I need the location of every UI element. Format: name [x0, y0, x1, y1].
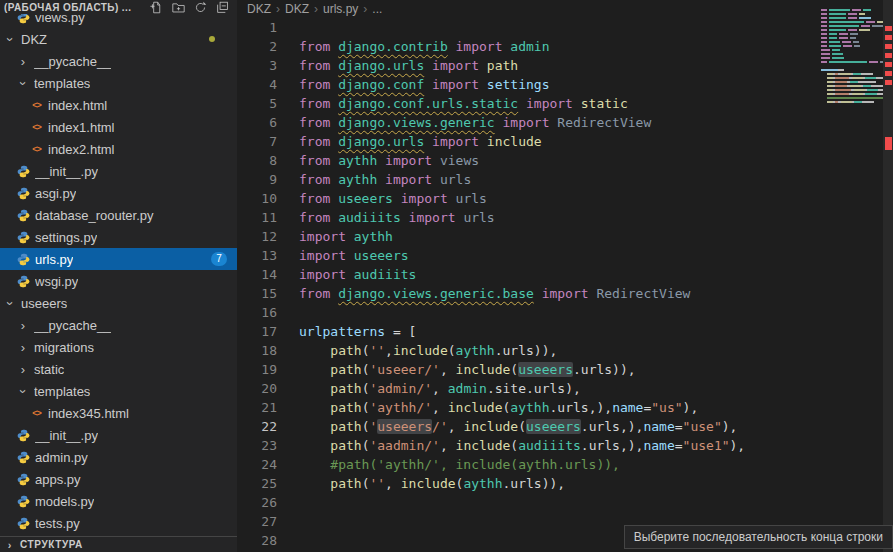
- workspace-title: (РАБОЧАЯ ОБЛАСТЬ) ...: [4, 2, 150, 13]
- new-file-icon[interactable]: [150, 1, 163, 14]
- line-number: 1: [237, 18, 277, 37]
- modified-dot-icon: [209, 36, 215, 42]
- code-line-7[interactable]: 7from django.urls import include: [237, 132, 893, 151]
- outline-section-header[interactable]: › СТРУКТУРА: [0, 536, 237, 552]
- collapse-all-icon[interactable]: [216, 1, 229, 14]
- code-line-text: #path('aythh/', include(aythh.urls)),: [299, 455, 893, 474]
- tree-item-asgi.py[interactable]: asgi.py: [0, 182, 237, 204]
- chevron-right-icon: ›: [4, 539, 16, 551]
- problems-badge: 7: [211, 252, 227, 266]
- tree-item-DKZ[interactable]: ›DKZ: [0, 28, 237, 50]
- breadcrumb-item[interactable]: urls.py: [323, 2, 358, 16]
- code-line-4[interactable]: 4from django.conf import settings: [237, 75, 893, 94]
- code-line-21[interactable]: 21 path('aythh/', include(aythh.urls,),n…: [237, 398, 893, 417]
- explorer-header: (РАБОЧАЯ ОБЛАСТЬ) ...: [0, 0, 237, 14]
- tree-item-settings.py[interactable]: settings.py: [0, 226, 237, 248]
- breadcrumb-item[interactable]: DKZ: [247, 2, 271, 16]
- code-line-18[interactable]: 18 path('',include(aythh.urls)),: [237, 341, 893, 360]
- code-line-3[interactable]: 3from django.urls import path: [237, 56, 893, 75]
- code-line-text: from django.views.generic.base import Re…: [299, 284, 893, 303]
- tree-item-label: __init__.py: [35, 428, 98, 443]
- tree-item-templates[interactable]: ›templates: [0, 380, 237, 402]
- code-line-15[interactable]: 15from django.views.generic.base import …: [237, 284, 893, 303]
- line-number: 20: [237, 379, 277, 398]
- tree-item-tests.py[interactable]: tests.py: [0, 512, 237, 534]
- minimap[interactable]: [821, 5, 883, 117]
- code-line-2[interactable]: 2from django.contrib import admin: [237, 37, 893, 56]
- code-line-1[interactable]: 1: [237, 18, 893, 37]
- tree-item-label: index.html: [48, 98, 107, 113]
- tree-item-__pycache__[interactable]: ›__pycache__: [0, 50, 237, 72]
- tree-item-label: tests.py: [35, 516, 80, 531]
- code-editor[interactable]: 12from django.contrib import admin3from …: [237, 18, 893, 550]
- line-number: 14: [237, 265, 277, 284]
- tree-item-index1.html[interactable]: <>index1.html: [0, 116, 237, 138]
- tree-item-label: DKZ: [21, 32, 47, 47]
- code-line-23[interactable]: 23 path('aadmin/', include(audiiits.urls…: [237, 436, 893, 455]
- tree-item-label: useeers: [21, 296, 67, 311]
- code-line-19[interactable]: 19 path('useeer/', include(useeers.urls)…: [237, 360, 893, 379]
- tree-item-label: models.py: [35, 494, 94, 509]
- scrollbar[interactable]: [883, 0, 893, 552]
- code-line-5[interactable]: 5from django.conf.urls.static import sta…: [237, 94, 893, 113]
- tree-item-wsgi.py[interactable]: wsgi.py: [0, 270, 237, 292]
- code-line-text: path('admin/', admin.site.urls),: [299, 379, 893, 398]
- code-line-text: import audiiits: [299, 265, 893, 284]
- code-line-10[interactable]: 10from useeers import urls: [237, 189, 893, 208]
- tree-item-models.py[interactable]: models.py: [0, 490, 237, 512]
- tree-item-templates[interactable]: ›templates: [0, 72, 237, 94]
- line-number: 28: [237, 531, 277, 550]
- line-number: 22: [237, 417, 277, 436]
- tree-item-label: asgi.py: [35, 186, 76, 201]
- code-line-25[interactable]: 25 path('', include(aythh.urls)),: [237, 474, 893, 493]
- tree-item-migrations[interactable]: ›migrations: [0, 336, 237, 358]
- code-line-6[interactable]: 6from django.views.generic import Redire…: [237, 113, 893, 132]
- tree-item-label: __init__.py: [35, 164, 98, 179]
- code-line-8[interactable]: 8from aythh import views: [237, 151, 893, 170]
- code-line-13[interactable]: 13import useeers: [237, 246, 893, 265]
- file-tree: views.py›DKZ›__pycache__›templates<>inde…: [0, 0, 237, 534]
- code-line-text: urlpatterns = [: [299, 322, 893, 341]
- tree-item-label: templates: [34, 384, 90, 399]
- tree-item-index.html[interactable]: <>index.html: [0, 94, 237, 116]
- chevron-right-icon: ›: [17, 340, 29, 355]
- tree-item-apps.py[interactable]: apps.py: [0, 468, 237, 490]
- explorer-sidebar: (РАБОЧАЯ ОБЛАСТЬ) ... views.py›DKZ›__pyc…: [0, 0, 237, 552]
- code-line-20[interactable]: 20 path('admin/', admin.site.urls),: [237, 379, 893, 398]
- breadcrumb-item[interactable]: ...: [372, 2, 382, 16]
- eol-sequence-tooltip: Выберите последовательность конца строки: [624, 525, 893, 549]
- tree-item-database_roouter.py[interactable]: database_roouter.py: [0, 204, 237, 226]
- tree-item-index2.html[interactable]: <>index2.html: [0, 138, 237, 160]
- python-file-icon: [17, 231, 30, 244]
- refresh-icon[interactable]: [194, 1, 207, 14]
- code-line-14[interactable]: 14import audiiits: [237, 265, 893, 284]
- new-folder-icon[interactable]: [172, 1, 185, 14]
- python-file-icon: [17, 473, 30, 486]
- tree-item-urls.py[interactable]: urls.py7: [0, 248, 237, 270]
- tree-item-static[interactable]: ›static: [0, 358, 237, 380]
- tree-item-__init__.py[interactable]: __init__.py: [0, 160, 237, 182]
- code-line-text: from django.contrib import admin: [299, 37, 893, 56]
- code-line-26[interactable]: 26: [237, 493, 893, 512]
- tree-item-admin.py[interactable]: admin.py: [0, 446, 237, 468]
- code-line-22[interactable]: 22 path('useeers/', include(useeers.urls…: [237, 417, 893, 436]
- tree-item-index345.html[interactable]: <>index345.html: [0, 402, 237, 424]
- tree-item-__init__.py[interactable]: __init__.py: [0, 424, 237, 446]
- tree-item-__pycache__[interactable]: ›__pycache__: [0, 314, 237, 336]
- code-line-9[interactable]: 9from aythh import urls: [237, 170, 893, 189]
- code-line-text: path('',include(aythh.urls)),: [299, 341, 893, 360]
- python-file-icon: [17, 275, 30, 288]
- code-line-16[interactable]: 16: [237, 303, 893, 322]
- code-line-11[interactable]: 11from audiiits import urls: [237, 208, 893, 227]
- code-line-24[interactable]: 24 #path('aythh/', include(aythh.urls)),: [237, 455, 893, 474]
- tree-item-useeers[interactable]: ›useeers: [0, 292, 237, 314]
- code-line-12[interactable]: 12import aythh: [237, 227, 893, 246]
- line-number: 4: [237, 75, 277, 94]
- code-line-text: path('', include(aythh.urls)),: [299, 474, 893, 493]
- outline-label: СТРУКТУРА: [20, 539, 83, 550]
- breadcrumb-item[interactable]: DKZ: [285, 2, 309, 16]
- line-number: 21: [237, 398, 277, 417]
- line-number: 10: [237, 189, 277, 208]
- chevron-down-icon: ›: [16, 77, 31, 89]
- code-line-17[interactable]: 17urlpatterns = [: [237, 322, 893, 341]
